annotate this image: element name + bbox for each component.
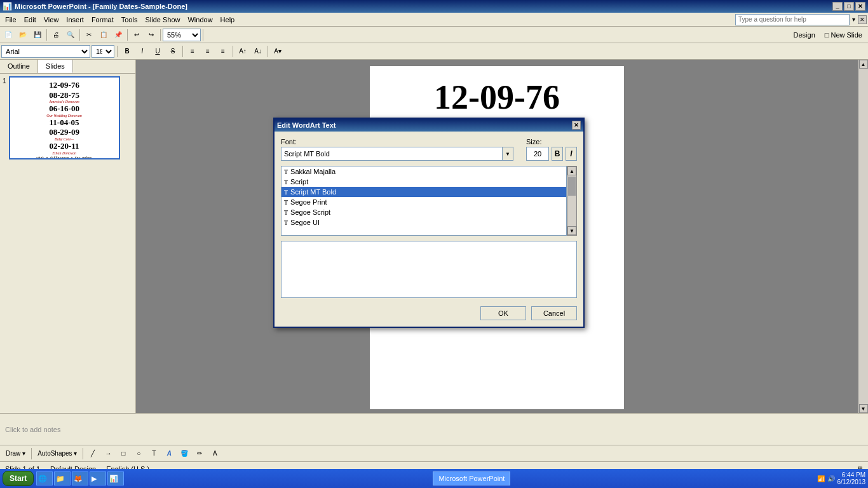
font-list-item-scriptmtbold[interactable]: T Script MT Bold [281,187,566,197]
font-name: Sakkal Majalla [290,168,336,175]
dialog-font-input[interactable] [281,147,502,161]
size-container: Size: B I [526,138,577,161]
font-name: Script MT Bold [290,188,336,196]
font-combo-container: Font: ▼ [281,138,513,161]
dialog-body: Font: ▼ Size: B I [275,132,583,327]
font-list-item-segoeui[interactable]: T Segoe UI [281,217,566,227]
dialog-title: Edit WordArt Text [277,121,336,129]
dialog-font-dropdown-button[interactable]: ▼ [502,147,513,161]
dialog-overlay: Edit WordArt Text ✕ Font: ▼ Size: B [0,0,868,488]
font-name: Segoe Script [290,208,330,216]
dialog-close-button[interactable]: ✕ [572,121,581,130]
font-icon: T [284,189,288,196]
font-list-item-sakkal[interactable]: T Sakkal Majalla [281,166,566,177]
font-name: Script [290,178,308,186]
size-label: Size: [526,138,577,146]
font-icon: T [284,219,288,226]
dialog-titlebar: Edit WordArt Text ✕ [275,119,583,132]
font-list-scrollbar[interactable]: ▲ ▼ [567,166,577,236]
dialog-row1: Font: ▼ Size: B I [281,138,577,161]
dialog-bold-button[interactable]: B [552,147,563,161]
wordart-text-input[interactable] [281,241,577,298]
dialog-cancel-button[interactable]: Cancel [531,306,577,320]
font-icon: T [284,209,288,216]
dialog-buttons: OK Cancel [281,306,577,320]
font-scroll-thumb[interactable] [568,177,576,196]
font-scroll-down[interactable]: ▼ [567,226,576,235]
edit-wordart-dialog: Edit WordArt Text ✕ Font: ▼ Size: B [273,118,585,328]
font-list-item-segoeprint[interactable]: T Segoe Print [281,197,566,207]
size-wrapper: B I [526,147,577,161]
font-scroll-up[interactable]: ▲ [567,166,576,175]
font-list-item-script[interactable]: T Script [281,177,566,187]
font-list-item-segoescript[interactable]: T Segoe Script [281,207,566,217]
font-name: Segoe UI [290,219,320,226]
font-icon: T [284,179,288,186]
font-icon: T [284,199,288,206]
font-list-area: T Sakkal Majalla T Script T Script MT Bo… [281,166,577,236]
dialog-ok-button[interactable]: OK [480,306,526,320]
dialog-italic-button[interactable]: I [566,147,577,161]
font-label: Font: [281,138,513,146]
font-combo-wrapper: ▼ [281,147,513,161]
dialog-size-input[interactable] [526,147,549,161]
font-icon: T [284,168,288,175]
font-list[interactable]: T Sakkal Majalla T Script T Script MT Bo… [281,166,567,236]
font-name: Segoe Print [290,198,327,206]
